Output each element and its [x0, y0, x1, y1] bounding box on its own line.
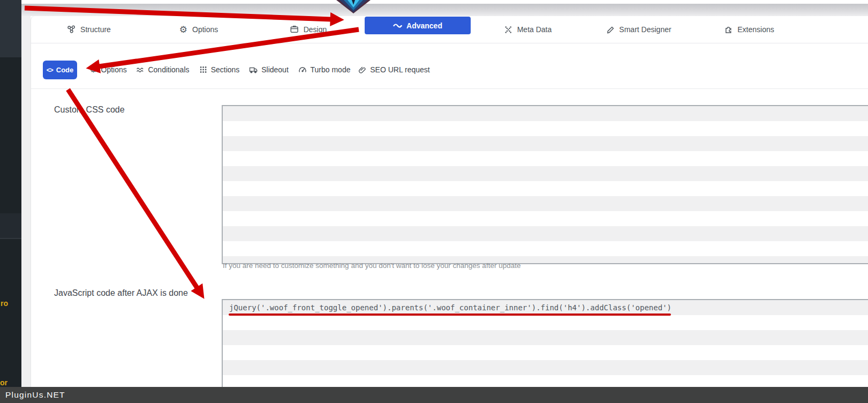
butterfly-logo-icon [333, 0, 374, 13]
gauge-icon [299, 66, 307, 73]
js-after-ajax-textarea[interactable]: jQuery('.woof_front_toggle_opened').pare… [222, 299, 868, 387]
tab-label: Structure [80, 25, 111, 34]
subtab-slideout[interactable]: Slideout [249, 62, 289, 77]
tab-options[interactable]: ⚙ Options [179, 20, 218, 39]
subtab-label: SEO URL request [370, 65, 430, 74]
tab-design[interactable]: Design [290, 20, 327, 39]
subtab-divider [31, 88, 868, 89]
code-brackets-icon: <> [47, 66, 53, 74]
header-shadow-band [21, 4, 868, 16]
truck-icon [249, 66, 258, 73]
tab-label: Smart Designer [619, 25, 671, 34]
tab-label: Extensions [737, 25, 774, 34]
subtab-label: Code [56, 66, 74, 74]
subtab-code-active[interactable]: <> Code [43, 61, 77, 79]
pencil-icon [606, 26, 614, 34]
design-icon [290, 25, 299, 34]
subtab-conditionals[interactable]: Conditionals [136, 62, 189, 77]
brand-text: PluginUs.NET [0, 390, 65, 400]
js-after-ajax-label: JavaScript code after AJAX is done [54, 288, 188, 298]
subtab-label: Turbo mode [311, 65, 351, 74]
custom-css-help-text: If you are need to customize something a… [223, 262, 520, 270]
subtab-label: Slideout [261, 65, 289, 74]
settings-card: Structure ⚙ Options Design Advanced Meta… [31, 16, 868, 387]
tab-label: Design [304, 25, 327, 34]
subtab-options[interactable]: ⚙ Options [89, 62, 127, 77]
wave-icon [393, 22, 402, 29]
structure-icon [67, 25, 76, 34]
sidebar-label-fragment: ro [1, 299, 8, 308]
tab-label: Advanced [406, 21, 442, 30]
header-white-strip [21, 0, 868, 4]
tab-advanced-active[interactable]: Advanced [365, 17, 471, 34]
gear-icon: ⚙ [179, 25, 187, 34]
tab-extensions[interactable]: Extensions [724, 20, 774, 39]
tab-label: Meta Data [517, 25, 552, 34]
tabbar-divider [31, 43, 868, 43]
tab-smart-designer[interactable]: Smart Designer [606, 20, 671, 39]
gear-icon: ⚙ [89, 65, 97, 74]
subtab-label: Conditionals [148, 65, 189, 74]
sidebar-top-section [0, 0, 21, 57]
paperclip-icon [358, 66, 366, 74]
sidebar-divider [0, 238, 21, 239]
waves-icon [136, 66, 144, 73]
custom-css-textarea[interactable] [222, 105, 868, 264]
subtab-seo-url-request[interactable]: SEO URL request [358, 62, 430, 77]
wp-admin-sidebar [0, 0, 21, 387]
footer-bar: PluginUs.NET [0, 387, 868, 403]
subtab-label: Options [101, 65, 127, 74]
tab-meta-data[interactable]: Meta Data [504, 20, 552, 39]
subtab-sections[interactable]: Sections [200, 62, 240, 77]
custom-css-label: Custom CSS code [54, 105, 125, 115]
dots-grid-icon [200, 66, 207, 73]
sidebar-mid-section [0, 213, 21, 238]
tab-label: Options [192, 25, 218, 34]
subtab-turbo-mode[interactable]: Turbo mode [299, 62, 351, 77]
admin-background [21, 16, 31, 387]
annotation-underline [229, 314, 671, 316]
tab-structure[interactable]: Structure [67, 20, 111, 39]
sidebar-label-fragment: or [0, 378, 7, 387]
subtab-label: Sections [211, 65, 240, 74]
metadata-dna-icon [504, 26, 512, 34]
puzzle-icon [724, 25, 733, 34]
